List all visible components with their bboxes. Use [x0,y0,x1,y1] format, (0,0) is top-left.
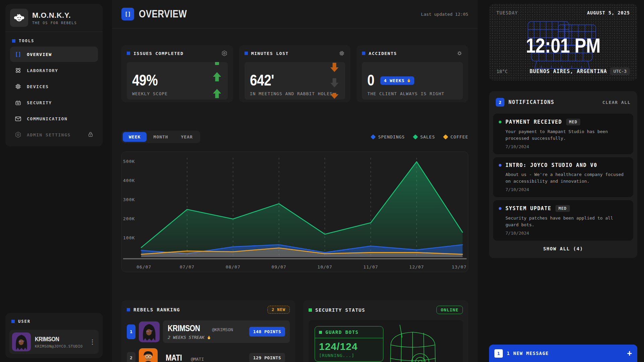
security-status-panel: SECURITY STATUS ONLINE GUARD BOTS 124/12… [303,300,468,362]
notification-card[interactable]: INTRO: JOYCO STUDIO AND V0 About us - We… [493,157,633,197]
rebel-handle: @MATI [191,357,204,362]
trend-up-arrows [210,62,224,100]
svg-text:11/07: 11/07 [363,264,378,269]
stat-square-icon [127,52,130,55]
panel-title: SECURITY STATUS [315,307,365,313]
sidebar-item-security[interactable]: SECURITY [10,95,98,110]
sidebar-item-laboratory[interactable]: LABORATORY [10,63,98,78]
online-badge: ONLINE [436,306,463,314]
ranking-row-2[interactable]: 2 [127,348,290,362]
sidebar-item-overview[interactable]: [] OVERVIEW [10,47,98,62]
legend-spendings[interactable]: SPENDINGS [371,134,405,139]
notification-date: 7/10/2024 [505,231,628,236]
right-column: TUESDAY AUGUST 5, 2025 [489,4,637,362]
svg-text:12/07: 12/07 [409,264,424,269]
svg-text:09/07: 09/07 [272,264,286,269]
stat-title: ISSUES COMPLETED [133,51,183,56]
overview-brackets-icon: [] [121,8,134,20]
time: 12:01 PM [501,34,625,57]
section-square-icon [12,39,15,43]
chart-legend: SPENDINGS SALES COFFEE [371,134,468,139]
clear-all-button[interactable]: CLEAR ALL [602,100,631,105]
points-badge: 148 POINTS [249,327,285,337]
tools-section-label: TOOLS [10,37,98,47]
robot-icon [14,99,22,106]
tab-week[interactable]: WEEK [123,132,147,142]
hex-gear-icon[interactable] [221,50,228,57]
stat-subtitle: IN MEETINGS AND RABBIT HOLES [250,91,340,96]
panel-square-icon [127,308,130,311]
notifications-title: NOTIFICATIONS [508,99,554,105]
guard-bots-count: 124/124 [315,338,383,353]
logo: M.O.N.K.Y. THE OS FOR REBELS [5,4,103,32]
tab-month[interactable]: MONTH [147,132,174,142]
stat-value: 49% [132,73,208,88]
envelope-icon [14,115,22,122]
stat-card-accidents: ACCIDENTS 0 4 WEEKS [357,45,468,102]
sidebar-item-communication[interactable]: COMMUNICATION [10,111,98,126]
user-row[interactable]: KRIMSON KRIMSON@JOYCO.STUDIO ⋮ [9,330,99,354]
stat-title: MINUTES LOST [251,51,289,56]
user-email: KRIMSON@JOYCO.STUDIO [35,344,83,349]
panel-square-icon [309,308,312,312]
svg-text:200K: 200K [123,216,135,221]
green-square-icon [319,331,322,334]
brackets-icon: [] [14,51,22,57]
guard-bot-illustration [381,325,444,362]
new-message-bar[interactable]: 1 1 NEW MESSAGE + [489,345,637,362]
chip-icon [14,83,22,90]
stat-card-minutes: MINUTES LOST 642' IN MEETINGS AND RABBIT… [239,45,351,102]
svg-text:100K: 100K [123,235,135,240]
legend-sales[interactable]: SALES [414,134,435,139]
stat-title: ACCIDENTS [369,51,397,56]
main-header: [] OVERVIEW Last updated 12:05 [112,0,478,28]
section-square-icon [11,320,15,323]
notification-card[interactable]: SYSTEM UPDATE MED Security patches have … [493,200,633,241]
status-dot-icon [499,207,501,210]
flame-icon [407,78,411,83]
show-all-button[interactable]: SHOW ALL (4) [493,241,633,254]
trend-down-arrows [328,62,341,100]
sidebar: M.O.N.K.Y. THE OS FOR REBELS TOOLS [] OV… [5,4,103,146]
monkey-logo-icon [10,9,28,27]
plus-icon[interactable]: + [627,349,632,357]
legend-coffee[interactable]: COFFEE [444,134,468,139]
rebel-handle: @KRIMSON [212,327,233,332]
stat-value: 0 [367,73,374,88]
sidebar-item-devices[interactable]: DEVICES [10,79,98,94]
sidebar-item-admin-settings[interactable]: ADMIN SETTINGS [10,127,98,142]
notification-body: Your payment to Rampant Studio has been … [505,128,628,141]
svg-text:13/07: 13/07 [452,264,467,269]
avatar [139,348,158,362]
security-body: GUARD BOTS 124/124 [RUNNING...] FIREWALL [309,320,463,362]
temperature: 18°C [496,69,527,74]
stat-card-issues: ISSUES COMPLETED 49% WEEKLY SCOPE [121,45,233,102]
notification-title: INTRO: JOYCO STUDIO AND V0 [505,162,597,168]
clock-card: TUESDAY AUGUST 5, 2025 [489,4,637,80]
app-tagline: THE OS FOR REBELS [32,21,77,25]
diamond-icon [443,134,448,140]
svg-text:300K: 300K [123,197,135,202]
area-chart: 100K200K300K400K500K06/0707/0708/0709/07… [121,152,468,272]
notification-card[interactable]: PAYMENT RECEIVED MED Your payment to Ram… [493,114,633,154]
chart-canvas: 100K200K300K400K500K06/0707/0708/0709/07… [122,152,468,272]
status-dot-icon [499,121,501,123]
tab-year[interactable]: YEAR [175,132,199,142]
stat-subtitle: WEEKLY SCOPE [132,91,222,96]
svg-text:400K: 400K [123,178,135,183]
stats-row: ISSUES COMPLETED 49% WEEKLY SCOPE [121,45,468,102]
user-menu-icon[interactable]: ⋮ [87,339,98,345]
notifications-panel: 2 NOTIFICATIONS CLEAR ALL PAYMENT RECEIV… [489,91,637,258]
notification-title: SYSTEM UPDATE [505,205,551,212]
ranking-row-1[interactable]: 1 KRIMSON [127,320,290,343]
message-count-badge: 1 [494,349,503,358]
hex-gear-icon [14,131,22,138]
cog-icon[interactable] [456,50,463,57]
user-section-label: USER [9,317,99,327]
notification-date: 7/10/2024 [505,187,628,192]
rank-badge: 2 [127,352,136,362]
timezone-badge: UTC-3 [610,67,630,75]
user-card: USER KRIMSON KRIMSON@JOYCO.STUDIO ⋮ [5,313,103,358]
chip-icon[interactable] [338,50,345,57]
flame-icon [207,335,211,340]
